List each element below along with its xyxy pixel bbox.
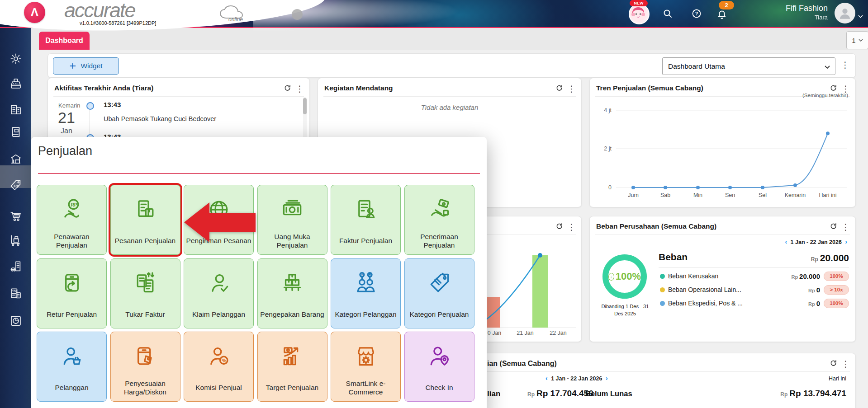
refresh-icon[interactable] [829, 222, 838, 231]
sidebar-item-warehouse[interactable] [0, 150, 31, 170]
dashboard-pager-select[interactable]: 1 [846, 31, 868, 49]
empty-state-text: Tidak ada kegiatan [318, 103, 581, 111]
card-kebab-menu[interactable]: ⋮ [841, 222, 850, 232]
tile-target-penjualan[interactable]: Target Penjualan [257, 332, 327, 402]
tile-komisi-penjual[interactable]: % Komisi Penjual [184, 332, 254, 402]
refresh-icon[interactable] [555, 84, 564, 93]
arrow-down-circle-icon: ↓ [608, 273, 614, 281]
banknote-icon [258, 194, 327, 225]
tab-dashboard[interactable]: Dashboard [39, 32, 90, 50]
notification-count-badge[interactable]: 2 [719, 1, 734, 9]
sidebar-item-journal[interactable] [0, 123, 31, 143]
tile-uang-muka-penjualan[interactable]: Uang Muka Penjualan [257, 185, 327, 255]
svg-text:Jum: Jum [628, 192, 639, 198]
tile-kategori-pelanggan[interactable]: AB Kategori Pelanggan [331, 258, 401, 328]
scrollbar-thumb[interactable] [303, 98, 307, 114]
tile-penawaran-penjualan[interactable]: RP Penawaran Penjualan [37, 185, 107, 255]
svg-text:0: 0 [608, 184, 612, 191]
divider [53, 96, 304, 97]
tile-pesanan-penjualan[interactable]: Pesanan Penjualan [110, 185, 180, 255]
svg-text:4 jt: 4 jt [604, 107, 612, 113]
accurate-logo-icon[interactable]: Λ [24, 2, 45, 23]
sidebar-item-reports[interactable] [0, 312, 31, 332]
trolley-icon [9, 234, 23, 249]
refresh-icon[interactable] [555, 222, 564, 231]
add-widget-button[interactable]: Widget [53, 57, 119, 75]
sidebar-item-settings[interactable] [0, 50, 31, 70]
promo-avatar[interactable] [629, 4, 650, 24]
dashboard-select[interactable]: Dashboard Utama [662, 57, 835, 75]
card-title: Kegiatan Mendatang [324, 84, 393, 92]
doc-person-icon [331, 194, 400, 225]
tile-check-in[interactable]: Check In [404, 332, 474, 402]
activity-text[interactable]: Ubah Pemasok Tukang Cuci Bedcover [104, 115, 216, 122]
dashboard-toolbar: Widget Dashboard Utama ⋮ [47, 53, 856, 78]
sidebar-item-sales[interactable]: Rp [0, 176, 31, 196]
notifications-bell-icon[interactable] [716, 9, 727, 20]
tile-kategori-penjualan[interactable]: Kategori Penjualan [404, 258, 474, 328]
chart-target-icon [258, 341, 327, 372]
decorative-dot [292, 9, 303, 20]
refresh-icon[interactable] [283, 84, 292, 93]
tile-smartlink-e-commerce[interactable]: SmartLink e-Commerce [331, 332, 401, 402]
pager-value: 1 [852, 37, 855, 44]
compare-line2: Des 2025 [614, 311, 636, 316]
card-kebab-menu[interactable]: ⋮ [295, 84, 304, 94]
card-kebab-menu[interactable]: ⋮ [567, 84, 576, 94]
sidebar-item-inventory[interactable] [0, 231, 31, 251]
bank-goods-icon [9, 152, 23, 168]
expense-badge: 100% [824, 299, 849, 308]
sidebar-item-cashier[interactable] [0, 75, 31, 95]
activity-time: 13:43 [104, 101, 121, 108]
hand-money-icon [405, 194, 474, 225]
sidebar-item-tax[interactable]: TAX [0, 285, 31, 305]
tile-pelanggan[interactable]: Pelanggan [37, 332, 107, 402]
sidebar-item-company[interactable] [0, 100, 31, 120]
currency-label: Rp [527, 391, 535, 398]
expense-row-beban-ekspedisi-pos[interactable]: Beban Ekspedisi, Pos & ... Rp0 100% [659, 299, 849, 309]
user-name: Fifi Fashion [786, 4, 828, 13]
svg-text:?: ? [695, 11, 698, 16]
row-label-partial: lian [487, 389, 500, 399]
svg-text:Sel: Sel [759, 192, 767, 198]
user-block[interactable]: Fifi Fashion Tiara [786, 4, 828, 21]
widget-button-label: Widget [81, 62, 102, 70]
tile-pengepakan-barang[interactable]: Pengepakan Barang [257, 258, 327, 328]
sidebar-item-fixed-assets[interactable] [0, 258, 31, 277]
help-icon[interactable]: ? [691, 8, 702, 19]
card-kebab-menu[interactable]: ⋮ [841, 359, 850, 369]
toolbar-kebab-menu[interactable]: ⋮ [841, 60, 849, 70]
expense-row-beban-operasional-lain[interactable]: Beban Operasional Lain... Rp0 > 10x [659, 285, 849, 295]
expense-value: Rp0 [808, 300, 820, 307]
tile-tukar-faktur[interactable]: Tukar Faktur [110, 258, 180, 328]
next-range-chevron[interactable]: › [843, 238, 849, 245]
gear-icon [9, 52, 23, 67]
card-company-expenses: Beban Perusahaan (Semua Cabang) ⋮ ‹ 1 Ja… [589, 216, 856, 342]
tile-klaim-pelanggan[interactable]: Klaim Pelanggan [184, 258, 254, 328]
tile-penerimaan-penjualan[interactable]: Penerimaan Penjualan [404, 185, 474, 255]
next-range-chevron[interactable]: › [604, 375, 610, 382]
cash-register-icon [9, 77, 23, 93]
refresh-icon[interactable] [829, 359, 838, 368]
divider [659, 267, 849, 267]
tax-doc-icon: TAX [9, 287, 23, 302]
tile-faktur-penjualan[interactable]: Faktur Penjualan [331, 185, 401, 255]
tile-retur-penjualan[interactable]: Retur Penjualan [37, 258, 107, 328]
activity-day-label: Kemarin [58, 102, 80, 109]
dashboard-select-value: Dashboard Utama [663, 62, 825, 70]
divider [323, 96, 576, 97]
expense-row-beban-kerusakan[interactable]: Beban Kerusakan Rp20.000 100% [659, 272, 849, 281]
card-kebab-menu[interactable]: ⋮ [567, 222, 576, 232]
doc-box-icon [111, 194, 180, 225]
person-basket-icon [37, 341, 106, 372]
user-menu-chevron-down-icon[interactable] [858, 12, 863, 20]
prev-range-chevron[interactable]: ‹ [783, 238, 789, 245]
card-sales-trend: Tren Penjualan (Semua Cabang) ⋮ (Semingg… [589, 78, 856, 207]
expense-badge: > 10x [824, 285, 849, 295]
user-avatar[interactable] [835, 3, 855, 23]
prev-range-chevron[interactable]: ‹ [544, 375, 550, 382]
refresh-icon[interactable] [829, 84, 838, 93]
tile-penyesuaian-harga-diskon[interactable]: Penyesuaian Harga/Diskon [110, 332, 180, 402]
sidebar-item-purchase[interactable] [0, 207, 31, 227]
search-icon[interactable] [662, 8, 673, 19]
